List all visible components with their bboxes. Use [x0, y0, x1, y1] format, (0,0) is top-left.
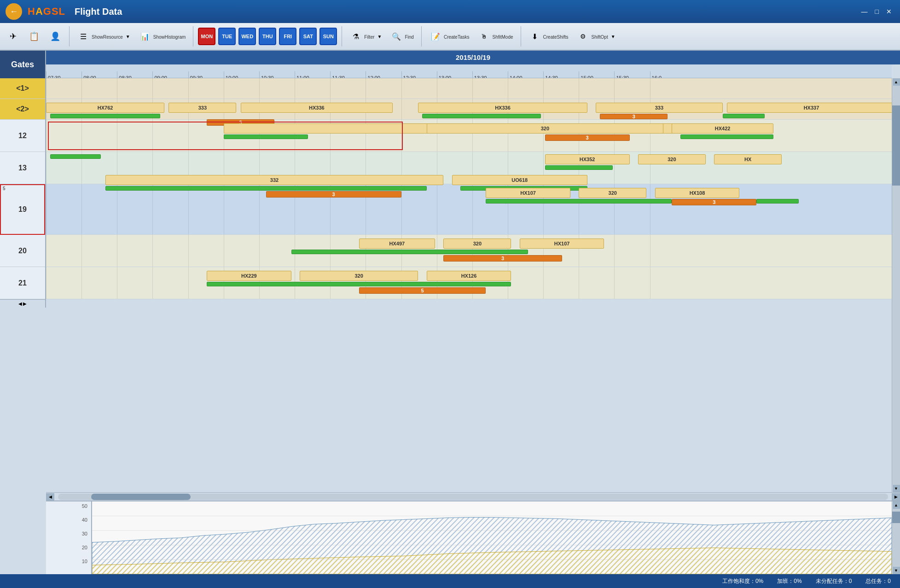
gantt-bar[interactable]: HX352 — [545, 154, 630, 164]
hscroll-right[interactable]: ▶ — [892, 493, 900, 501]
hscroll-left[interactable]: ◀ — [46, 493, 54, 501]
gantt-bar[interactable] — [50, 154, 101, 159]
gantt-bar[interactable]: 320 — [638, 154, 706, 164]
mon-button[interactable]: MON — [198, 28, 215, 45]
gantt-bar[interactable]: HX108 — [655, 188, 740, 198]
gantt-bar[interactable]: HX107 — [520, 239, 604, 249]
minimize-button[interactable]: — — [859, 7, 871, 16]
gantt-bar[interactable]: 332 — [105, 175, 444, 185]
sidebar-scroll[interactable]: ◀ ▶ — [0, 299, 46, 308]
gantt-bar[interactable]: 5 — [359, 287, 486, 294]
gantt-bar[interactable]: HX107 — [486, 188, 570, 198]
create-shifts-button[interactable]: ⬇ CreateShifts — [526, 25, 571, 48]
gantt-bar[interactable]: HX497 — [359, 239, 435, 249]
gantt-bar[interactable]: HX126 — [427, 271, 511, 281]
vgrid-line — [401, 99, 402, 119]
vgrid-line — [46, 267, 46, 299]
gantt-bar[interactable] — [545, 165, 613, 170]
vgrid-line — [81, 120, 82, 151]
close-button[interactable]: ✕ — [883, 7, 894, 16]
wed-button[interactable]: WED — [238, 28, 256, 45]
gantt-bar[interactable]: HX336 — [418, 103, 587, 113]
gantt-bar[interactable]: HX336 — [241, 103, 393, 113]
sep3 — [342, 26, 342, 47]
doc-button[interactable]: 📋 — [25, 25, 43, 48]
hist-y-30: 30 — [48, 531, 89, 536]
gantt-bar[interactable]: HX422 — [672, 123, 773, 134]
back-button[interactable]: ← — [6, 3, 22, 20]
gantt-bar[interactable]: 320 — [443, 239, 511, 249]
gate-row-g13[interactable]: 13 — [0, 152, 45, 184]
gantt-row-4: HX352320HX332UO6183 — [46, 152, 892, 184]
hist-vscroll[interactable]: ▲ ▼ — [892, 501, 900, 574]
shift-mode-button[interactable]: 🖱 ShfitMode — [475, 25, 516, 48]
gantt-bar[interactable]: HX229 — [207, 271, 291, 281]
gate-row-g19[interactable]: 519 — [0, 184, 45, 235]
hscroll[interactable]: ◀ ▶ — [46, 492, 900, 501]
hscroll-thumb[interactable] — [91, 494, 191, 500]
vgrid-line — [152, 184, 153, 234]
gantt-bar[interactable]: 3 — [443, 255, 562, 262]
vscroll-thumb[interactable] — [892, 105, 900, 185]
gantt-bar[interactable] — [723, 114, 765, 118]
gantt-bar[interactable] — [756, 199, 799, 204]
gantt-bar[interactable]: 320 — [427, 123, 663, 134]
time-ruler: 07:3008:0008:3009:0009:3010:0010:3011:00… — [46, 64, 892, 78]
filter-button[interactable]: ⚗ Filter ▼ — [347, 25, 384, 48]
gantt-bar[interactable] — [50, 114, 160, 118]
gantt-bar[interactable] — [486, 199, 672, 204]
vgrid-line — [543, 78, 544, 99]
vscroll-down[interactable]: ▼ — [893, 485, 900, 492]
sun-button[interactable]: SUN — [319, 28, 337, 45]
vgrid-line — [259, 78, 260, 99]
gantt-bar[interactable] — [291, 250, 528, 254]
shift-opt-button[interactable]: ⚙ ShiftOpt ▼ — [574, 25, 618, 48]
gantt-bar[interactable]: UO618 — [452, 175, 587, 185]
gate-row-g1[interactable]: <1> — [0, 78, 45, 99]
gantt-bar[interactable]: 3 — [600, 114, 668, 119]
thu-button[interactable]: THU — [259, 28, 276, 45]
gantt-bar[interactable]: 3 — [266, 191, 401, 198]
gantt-bar[interactable]: HX337 — [727, 103, 892, 113]
user-button[interactable]: 👤 — [46, 25, 64, 48]
gantt-bar[interactable]: 320 — [579, 188, 646, 198]
gantt-bar[interactable]: 320 — [300, 271, 418, 281]
gantt-bar[interactable]: 333 — [596, 103, 723, 113]
hist-vscroll-up[interactable]: ▲ — [893, 501, 900, 509]
vgrid-line — [614, 267, 615, 299]
show-resource-button[interactable]: ☰ ShowResource ▼ — [74, 25, 133, 48]
gantt-bar[interactable]: HX — [714, 154, 782, 164]
tue-button[interactable]: TUE — [218, 28, 236, 45]
time-tick-13:00: 13:00 — [437, 71, 452, 79]
gantt-bar[interactable] — [224, 134, 308, 139]
vgrid-line — [117, 235, 117, 267]
fri-button[interactable]: FRI — [279, 28, 296, 45]
gantt-bar[interactable]: 3 — [672, 199, 756, 205]
histogram-button[interactable]: 📊 ShowHistogram — [136, 25, 189, 48]
gantt-bar[interactable]: 3 — [545, 134, 630, 141]
gantt-bar[interactable] — [207, 282, 511, 286]
plane-button[interactable]: ✈ — [4, 25, 22, 48]
vgrid-line — [81, 267, 82, 299]
gantt-bar[interactable] — [680, 134, 773, 139]
maximize-button[interactable]: □ — [872, 7, 882, 16]
gantt-body[interactable]: HX762333HX3363HX336333HX3373320HX4223HX3… — [46, 78, 892, 492]
find-button[interactable]: 🔍 Find — [387, 25, 416, 48]
gate-row-g2[interactable]: <2> — [0, 99, 45, 120]
vscroll[interactable]: ▲ ▼ — [892, 78, 900, 492]
gantt-bar[interactable]: 333 — [168, 103, 236, 113]
gantt-bar[interactable] — [105, 186, 427, 191]
create-tasks-button[interactable]: 📝 CreateTasks — [426, 25, 472, 48]
hist-vscroll-thumb[interactable] — [892, 512, 900, 523]
sat-button[interactable]: SAT — [299, 28, 317, 45]
gate-row-g20[interactable]: 20 — [0, 235, 45, 267]
gate-row-g12[interactable]: 12 — [0, 120, 45, 152]
hist-vscroll-down[interactable]: ▼ — [893, 567, 900, 574]
vscroll-up[interactable]: ▲ — [893, 78, 900, 86]
gantt-bar[interactable]: HX762 — [46, 103, 164, 113]
gate-row-g21[interactable]: 21 — [0, 267, 45, 299]
vgrid-line — [117, 78, 117, 99]
time-tick-14:30: 14:30 — [543, 71, 558, 79]
gantt-bar[interactable] — [422, 114, 540, 118]
vgrid-line — [46, 120, 46, 151]
